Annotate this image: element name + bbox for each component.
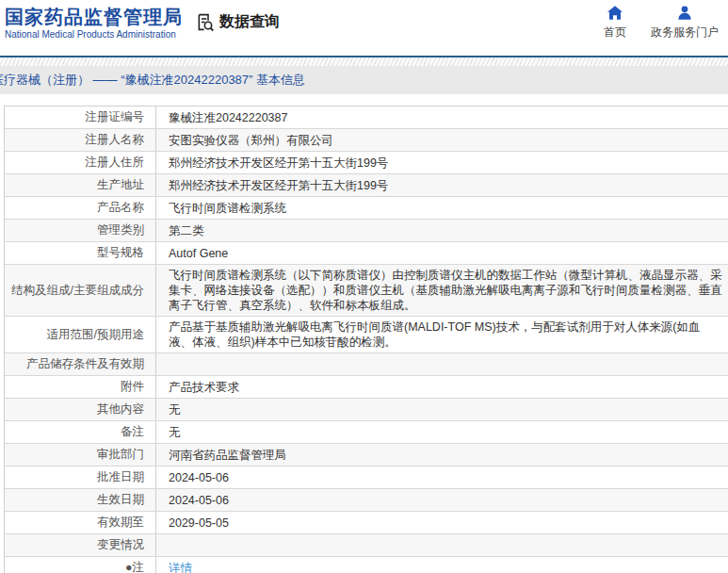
breadcrumb-band: 医疗器械（注册） —— “豫械注准20242220387” 基本信息 xyxy=(0,66,728,94)
row-label: 注册人住所 xyxy=(5,152,156,173)
row-value xyxy=(156,534,728,556)
table-row: 注册证编号豫械注准20242220387 xyxy=(5,106,728,129)
logo-title: 国家药品监督管理局 xyxy=(5,6,183,28)
row-label: 批准日期 xyxy=(5,467,156,488)
top-header: 国家药品监督管理局 National Medical Products Admi… xyxy=(0,0,728,56)
row-value: 安图实验仪器（郑州）有限公司 xyxy=(156,129,728,151)
detail-table: 注册证编号豫械注准20242220387注册人名称安图实验仪器（郑州）有限公司注… xyxy=(4,106,728,573)
row-label: 注册证编号 xyxy=(5,106,156,128)
row-value: 豫械注准20242220387 xyxy=(156,106,728,128)
row-value: 2024-05-06 xyxy=(156,489,728,511)
table-row: 批准日期2024-05-06 xyxy=(5,467,728,489)
row-value: 第二类 xyxy=(156,220,728,241)
table-row: 备注无 xyxy=(5,421,728,444)
row-label: 管理类别 xyxy=(5,220,156,241)
row-label: 注册人名称 xyxy=(5,129,156,151)
hatch-strip xyxy=(0,57,728,66)
table-row: 注册人住所郑州经济技术开发区经开第十五大街199号 xyxy=(5,152,728,174)
row-label: ●注 xyxy=(5,557,156,573)
table-wrap: 注册证编号豫械注准20242220387注册人名称安图实验仪器（郑州）有限公司注… xyxy=(4,106,728,573)
table-row: 生效日期2024-05-06 xyxy=(5,489,728,512)
row-value: 产品技术要求 xyxy=(156,376,728,398)
row-value: 飞行时间质谱检测系统 xyxy=(156,197,728,219)
table-row: 产品名称飞行时间质谱检测系统 xyxy=(5,197,728,220)
data-query-title[interactable]: 数据查询 xyxy=(195,12,280,32)
row-label: 附件 xyxy=(5,376,156,398)
table-row: 其他内容无 xyxy=(5,399,728,421)
table-row: 产品储存条件及有效期 xyxy=(5,353,728,376)
data-query-icon xyxy=(195,12,215,32)
row-value: 郑州经济技术开发区经开第十五大街199号 xyxy=(156,152,728,173)
row-label: 产品储存条件及有效期 xyxy=(5,353,156,375)
row-label: 生效日期 xyxy=(5,489,156,511)
row-label: 结构及组成/主要组成成分 xyxy=(5,265,156,316)
nav-home-label: 首页 xyxy=(604,25,626,41)
table-row: 管理类别第二类 xyxy=(5,220,728,242)
data-query-label: 数据查询 xyxy=(219,12,280,32)
row-label: 有效期至 xyxy=(5,512,156,533)
table-row: 注册人名称安图实验仪器（郑州）有限公司 xyxy=(5,129,728,152)
table-row: 生产地址郑州经济技术开发区经开第十五大街199号 xyxy=(5,174,728,197)
table-row: ●注详情 xyxy=(5,557,728,573)
user-icon xyxy=(677,6,692,20)
nav-gov-portal-label: 政务服务门户 xyxy=(651,25,719,41)
table-row: 变更情况 xyxy=(5,534,728,557)
row-label: 生产地址 xyxy=(5,174,156,196)
logo-subtitle: National Medical Products Administration xyxy=(5,28,183,41)
breadcrumb: 医疗器械（注册） —— “豫械注准20242220387” 基本信息 xyxy=(0,72,305,89)
nav-gov-portal[interactable]: 政务服务门户 xyxy=(651,6,719,41)
row-value: 无 xyxy=(156,399,728,420)
table-row: 有效期至2029-05-05 xyxy=(5,512,728,534)
nmpa-logo[interactable]: 国家药品监督管理局 National Medical Products Admi… xyxy=(5,6,183,41)
table-row: 型号规格Autof Gene xyxy=(5,242,728,265)
row-value: 无 xyxy=(156,421,728,443)
row-label: 变更情况 xyxy=(5,534,156,556)
row-label: 产品名称 xyxy=(5,197,156,219)
row-label: 审批部门 xyxy=(5,444,156,466)
detail-link[interactable]: 详情 xyxy=(169,561,192,573)
row-value: 详情 xyxy=(156,557,728,573)
row-label: 型号规格 xyxy=(5,242,156,264)
row-value: Autof Gene xyxy=(156,242,728,264)
row-value: 郑州经济技术开发区经开第十五大街199号 xyxy=(156,174,728,196)
row-value: 2024-05-06 xyxy=(156,467,728,488)
table-row: 审批部门河南省药品监督管理局 xyxy=(5,444,728,467)
row-value xyxy=(156,353,728,375)
row-value: 河南省药品监督管理局 xyxy=(156,444,728,466)
table-row: 结构及组成/主要组成成分飞行时间质谱检测系统（以下简称质谱仪）由控制质谱仪主机的… xyxy=(5,265,728,317)
table-row: 附件产品技术要求 xyxy=(5,376,728,399)
top-nav: 首页 政务服务门户 xyxy=(604,6,719,41)
home-icon xyxy=(607,6,623,20)
row-label: 其他内容 xyxy=(5,399,156,420)
row-value: 产品基于基质辅助激光解吸电离飞行时间质谱(MALDI-TOF MS)技术，与配套… xyxy=(156,317,728,352)
page: 国家药品监督管理局 National Medical Products Admi… xyxy=(0,0,728,573)
nav-home[interactable]: 首页 xyxy=(604,6,626,41)
row-label: 适用范围/预期用途 xyxy=(5,317,156,352)
row-label: 备注 xyxy=(5,421,156,443)
row-value: 2029-05-05 xyxy=(156,512,728,533)
row-value: 飞行时间质谱检测系统（以下简称质谱仪）由控制质谱仪主机的数据工作站（微型计算机、… xyxy=(156,265,728,316)
table-row: 适用范围/预期用途产品基于基质辅助激光解吸电离飞行时间质谱(MALDI-TOF … xyxy=(5,317,728,353)
